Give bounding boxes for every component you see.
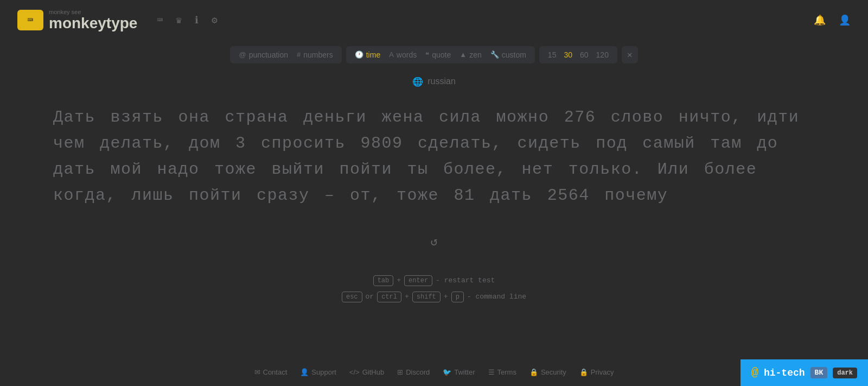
wrench-icon: 🔧 bbox=[490, 50, 499, 59]
terms-icon: ☰ bbox=[488, 368, 495, 376]
contact-icon: ✉ bbox=[254, 368, 260, 376]
footer-twitter[interactable]: 🐦 Twitter bbox=[443, 368, 475, 376]
p-key: p bbox=[451, 292, 464, 302]
punctuation-toggle[interactable]: @ punctuation bbox=[235, 49, 291, 60]
clock-icon: 🕐 bbox=[355, 50, 363, 59]
cmdline-desc: - command line bbox=[467, 293, 526, 301]
mountain-icon: ▲ bbox=[459, 50, 467, 59]
header-right: 🔔 👤 bbox=[814, 14, 851, 26]
ctrl-key: ctrl bbox=[377, 292, 401, 302]
header: ⌨ monkey see monkeytype ⌨ ♛ ℹ ⚙ 🔔 👤 bbox=[0, 0, 868, 41]
logo-main-text: monkeytype bbox=[49, 15, 137, 32]
support-icon: 👤 bbox=[300, 368, 309, 376]
time-60[interactable]: 60 bbox=[578, 49, 591, 60]
time-mode[interactable]: 🕐 time bbox=[352, 49, 384, 60]
custom-mode[interactable]: 🔧 custom bbox=[487, 49, 529, 60]
footer-support[interactable]: 👤 Support bbox=[300, 368, 336, 376]
logo[interactable]: ⌨ monkey see monkeytype bbox=[17, 9, 137, 32]
typing-area[interactable]: Дать взять она страна деньги жена сила м… bbox=[27, 96, 841, 222]
header-icons: ⌨ ♛ ℹ ⚙ bbox=[157, 14, 218, 26]
banner-vk: ВК bbox=[810, 367, 828, 378]
plus-2: + bbox=[405, 293, 409, 301]
bottom-right-banner[interactable]: @ hi-tech ВК dark bbox=[741, 359, 868, 386]
restart-button[interactable]: ↺ bbox=[0, 222, 868, 262]
shift-key: shift bbox=[412, 292, 441, 302]
banner-at-symbol: @ bbox=[751, 366, 758, 379]
numbers-toggle[interactable]: # numbers bbox=[293, 49, 336, 60]
at-icon: @ bbox=[239, 50, 246, 59]
hash-icon: # bbox=[297, 50, 301, 59]
restart-desc: - restart test bbox=[436, 276, 495, 284]
time-30[interactable]: 30 bbox=[561, 49, 575, 60]
privacy-icon: 🔒 bbox=[579, 368, 588, 376]
time-15[interactable]: 15 bbox=[546, 49, 559, 60]
quote-mode[interactable]: ❝ quote bbox=[422, 49, 454, 60]
words-mode[interactable]: A words bbox=[386, 49, 420, 60]
plus-1: + bbox=[397, 276, 401, 284]
keyboard-icon[interactable]: ⌨ bbox=[157, 14, 163, 26]
bell-icon[interactable]: 🔔 bbox=[814, 14, 826, 26]
user-icon[interactable]: 👤 bbox=[839, 14, 851, 26]
plus-3: + bbox=[444, 293, 448, 301]
esc-key: esc bbox=[342, 292, 362, 302]
footer-privacy[interactable]: 🔒 Privacy bbox=[579, 368, 614, 376]
or-text: or bbox=[366, 293, 374, 301]
language-name[interactable]: russian bbox=[427, 77, 456, 86]
banner-theme: dark bbox=[833, 368, 857, 378]
footer-github[interactable]: </> GitHub bbox=[349, 368, 384, 376]
shortcut-cmdline: esc or ctrl + shift + p - command line bbox=[342, 292, 526, 302]
time-numbers-group: 15 30 60 120 bbox=[539, 46, 617, 64]
footer: ✉ Contact 👤 Support </> GitHub ⊞ Discord… bbox=[0, 358, 868, 386]
logo-icon: ⌨ bbox=[17, 10, 43, 30]
shuffle-icon[interactable]: ✕ bbox=[622, 46, 638, 64]
globe-icon: 🌐 bbox=[412, 77, 423, 87]
toolbar: @ punctuation # numbers 🕐 time A words ❝… bbox=[0, 41, 868, 72]
typing-text: Дать взять она страна деньги жена сила м… bbox=[53, 104, 815, 208]
footer-discord[interactable]: ⊞ Discord bbox=[397, 368, 430, 376]
language-bar: 🌐 russian bbox=[0, 72, 868, 96]
info-icon[interactable]: ℹ bbox=[195, 14, 199, 26]
enter-key: enter bbox=[404, 275, 432, 286]
footer-terms[interactable]: ☰ Terms bbox=[488, 368, 516, 376]
crown-icon[interactable]: ♛ bbox=[176, 14, 182, 26]
modifier-group: @ punctuation # numbers bbox=[230, 46, 341, 64]
quote-icon: ❝ bbox=[425, 50, 429, 59]
tab-key: tab bbox=[373, 275, 394, 286]
github-icon: </> bbox=[349, 368, 360, 376]
footer-contact[interactable]: ✉ Contact bbox=[254, 368, 288, 376]
time-120[interactable]: 120 bbox=[594, 49, 611, 60]
security-icon: 🔒 bbox=[529, 368, 538, 376]
twitter-icon: 🐦 bbox=[443, 368, 451, 376]
font-icon: A bbox=[389, 50, 394, 59]
shortcut-restart: tab + enter - restart test bbox=[373, 275, 495, 286]
gear-icon[interactable]: ⚙ bbox=[212, 14, 218, 26]
mode-group: 🕐 time A words ❝ quote ▲ zen 🔧 custom bbox=[346, 46, 535, 64]
footer-security[interactable]: 🔒 Security bbox=[529, 368, 566, 376]
discord-icon: ⊞ bbox=[397, 368, 403, 376]
banner-brand: hi-tech bbox=[764, 368, 805, 378]
shortcuts: tab + enter - restart test esc or ctrl +… bbox=[0, 262, 868, 311]
zen-mode[interactable]: ▲ zen bbox=[456, 49, 484, 60]
